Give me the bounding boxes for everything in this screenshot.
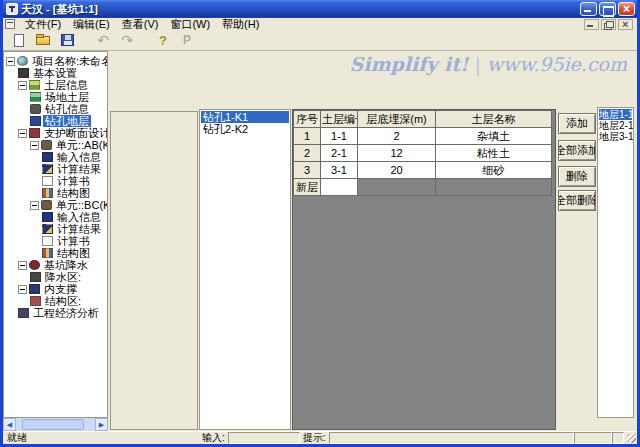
delete-button[interactable]: 删除 (558, 166, 596, 187)
mdi-client-area: Simplify it!|www.95ie.com 项目名称:未命名基坑 基本设… (3, 51, 637, 431)
support-design-icon (29, 128, 40, 138)
cell-name[interactable]: 细砂 (436, 162, 552, 179)
print-preview-button[interactable]: P (177, 32, 197, 49)
cell-name[interactable]: 杂填土 (436, 128, 552, 145)
row-header: 2 (294, 145, 321, 162)
tree-item-unit-bc[interactable]: 单元::BC(K2) (4, 199, 107, 211)
undo-icon: ↶ (97, 33, 109, 47)
menu-view[interactable]: 查看(V) (116, 18, 165, 30)
tree-item-structure-fig-bc[interactable]: 结构图 (4, 247, 107, 259)
strata-list-item[interactable]: 地层3-1 (599, 131, 632, 142)
input-info-icon (42, 212, 53, 222)
undo-button[interactable]: ↶ (93, 32, 113, 49)
tree-item-support-design[interactable]: 支护断面设计 (4, 127, 107, 139)
menu-window[interactable]: 窗口(W) (164, 18, 216, 30)
resize-grip[interactable] (624, 432, 637, 444)
status-input-field (228, 432, 300, 444)
save-button[interactable] (57, 32, 77, 49)
open-button[interactable] (33, 32, 53, 49)
status-input-label: 输入: (199, 432, 228, 444)
row-header: 3 (294, 162, 321, 179)
maximize-button[interactable] (599, 2, 616, 16)
expand-toggle[interactable] (18, 285, 27, 294)
mdi-restore-button[interactable] (601, 19, 616, 30)
expand-toggle[interactable] (30, 141, 39, 150)
tree-item-soil-info[interactable]: 土层信息 (4, 79, 107, 91)
print-preview-icon: P (183, 33, 191, 47)
tree-horizontal-scrollbar[interactable]: ◀ ▶ (3, 418, 108, 431)
toolbar: ↶ ↷ ? P (3, 30, 637, 51)
cell-layer-no[interactable]: 2-1 (321, 145, 358, 162)
calc-report-icon (42, 236, 53, 246)
col-header-layer-no: 土层编号 (321, 111, 358, 128)
status-cell (612, 432, 624, 444)
cell-layer-no-new[interactable] (321, 179, 358, 196)
add-button[interactable]: 添加 (558, 113, 596, 134)
soil-layer-grid: 序号 土层编号 层底埋深(m) 土层名称 1 1-1 2 杂填土 2 2-1 1… (292, 109, 556, 430)
status-hint-label: 提示: (300, 432, 329, 444)
tree-item-input-info-bc[interactable]: 输入信息 (4, 211, 107, 223)
tree-item-structure-fig-ab[interactable]: 结构图 (4, 187, 107, 199)
project-tree: 项目名称:未命名基坑 基本设置 土层信息 场地土层 钻孔信息 钻孔地层 支护断面… (3, 51, 108, 418)
cell-depth-new (358, 179, 436, 196)
document-icon[interactable] (5, 19, 15, 29)
add-all-button[interactable]: 全部添加 (558, 140, 596, 161)
inner-support-icon (29, 284, 40, 294)
borehole-list-item[interactable]: 钻孔1-K1 (201, 111, 289, 123)
tree-item-calc-report-bc[interactable]: 计算书 (4, 235, 107, 247)
watermark-slogan: Simplify it! (349, 53, 468, 75)
title-bar: 天汉 - [基坑1:1] (3, 0, 637, 18)
calc-result-icon (42, 224, 53, 234)
strata-list-item[interactable]: 地层2-1 (599, 120, 632, 131)
tree-item-unit-ab[interactable]: 单元::AB(K2) (4, 139, 107, 151)
cell-name[interactable]: 粘性土 (436, 145, 552, 162)
structure-fig-icon (42, 188, 53, 198)
scroll-left-arrow[interactable]: ◀ (3, 418, 16, 431)
cell-depth[interactable]: 2 (358, 128, 436, 145)
delete-all-button[interactable]: 全部删除 (558, 190, 596, 211)
expand-toggle[interactable] (18, 81, 27, 90)
menu-file[interactable]: 文件(F) (19, 18, 67, 30)
tree-item-dewatering[interactable]: 基坑降水 (4, 259, 107, 271)
strata-list-item[interactable]: 地层1-1 (599, 109, 632, 120)
expand-toggle[interactable] (18, 261, 27, 270)
tree-item-calc-result-ab[interactable]: 计算结果 (4, 163, 107, 175)
redo-button[interactable]: ↷ (117, 32, 137, 49)
expand-toggle[interactable] (30, 201, 39, 210)
scroll-right-arrow[interactable]: ▶ (95, 418, 108, 431)
tree-item-basic-settings[interactable]: 基本设置 (4, 67, 107, 79)
tree-item-structure-zone[interactable]: 结构区: (4, 295, 107, 307)
watermark: Simplify it!|www.95ie.com (349, 53, 627, 75)
minimize-button[interactable] (580, 2, 597, 16)
tree-item-calc-result-bc[interactable]: 计算结果 (4, 223, 107, 235)
tree-item-economic-analysis[interactable]: 工程经济分析 (4, 307, 107, 319)
menu-help[interactable]: 帮助(H) (216, 18, 265, 30)
tree-item-borehole-strata[interactable]: 钻孔地层 (4, 115, 107, 127)
new-button[interactable] (9, 32, 29, 49)
borehole-list-item[interactable]: 钻孔2-K2 (201, 123, 289, 135)
unit-icon (41, 200, 52, 210)
tree-item-site-soil[interactable]: 场地土层 (4, 91, 107, 103)
expand-toggle[interactable] (18, 129, 27, 138)
tree-item-borehole-info[interactable]: 钻孔信息 (4, 103, 107, 115)
tree-item-project[interactable]: 项目名称:未命名基坑 (4, 55, 107, 67)
cell-layer-no[interactable]: 3-1 (321, 162, 358, 179)
expand-toggle[interactable] (6, 57, 15, 66)
tree-item-calc-report-ab[interactable]: 计算书 (4, 175, 107, 187)
help-button[interactable]: ? (153, 32, 173, 49)
mdi-minimize-button[interactable] (584, 19, 599, 30)
tree-item-input-info-ab[interactable]: 输入信息 (4, 151, 107, 163)
close-button[interactable] (618, 2, 635, 16)
tree-item-inner-support[interactable]: 内支撑 (4, 283, 107, 295)
scrollbar-thumb[interactable] (22, 419, 84, 430)
cell-depth[interactable]: 20 (358, 162, 436, 179)
menu-edit[interactable]: 编辑(E) (67, 18, 116, 30)
tree-item-dewater-zone[interactable]: 降水区: (4, 271, 107, 283)
app-icon (6, 3, 18, 15)
cell-depth[interactable]: 12 (358, 145, 436, 162)
mdi-close-button[interactable] (618, 19, 633, 30)
economic-analysis-icon (18, 308, 29, 318)
cell-layer-no[interactable]: 1-1 (321, 128, 358, 145)
input-info-icon (42, 152, 53, 162)
calc-result-icon (42, 164, 53, 174)
